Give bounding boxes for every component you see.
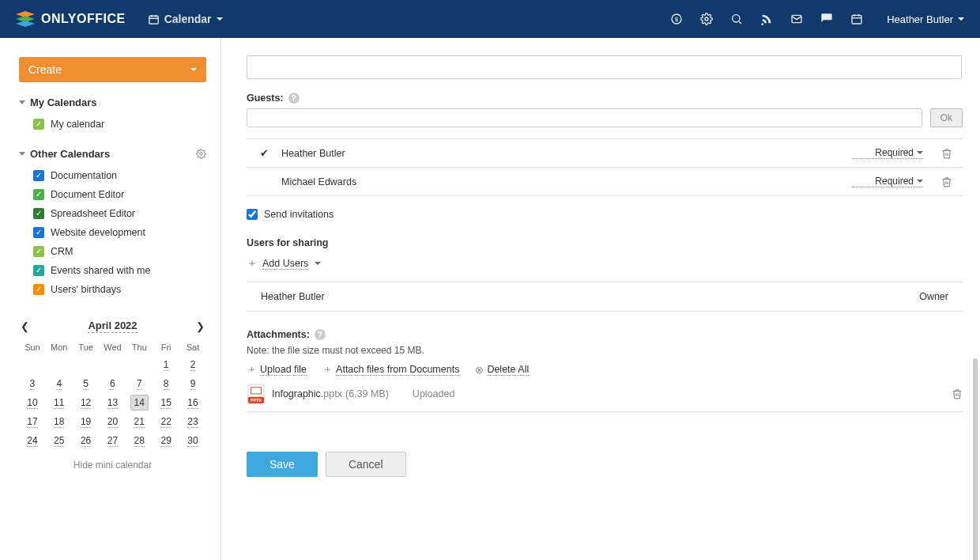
mini-cal-dow: Mon bbox=[46, 339, 73, 355]
mini-cal-day[interactable]: 28 bbox=[134, 435, 145, 447]
mini-cal-day[interactable]: 21 bbox=[134, 416, 145, 428]
mini-cal-next[interactable]: ❯ bbox=[196, 320, 205, 332]
hide-mini-calendar-link[interactable]: Hide mini calendar bbox=[19, 460, 206, 471]
svg-rect-13 bbox=[852, 15, 861, 24]
mini-cal-prev[interactable]: ❮ bbox=[21, 320, 29, 332]
mini-cal-day[interactable]: 4 bbox=[56, 378, 62, 390]
mini-cal-day[interactable]: 6 bbox=[110, 378, 115, 390]
calendar-checkbox[interactable]: ✓ bbox=[33, 227, 44, 238]
calendar-checkbox[interactable]: ✓ bbox=[33, 119, 44, 130]
mini-cal-dow: Wed bbox=[100, 339, 126, 355]
mini-cal-title[interactable]: April 2022 bbox=[88, 320, 137, 333]
calendar-icon[interactable] bbox=[850, 13, 863, 25]
share-user-name: Heather Butler bbox=[261, 291, 919, 302]
description-textarea[interactable] bbox=[247, 55, 962, 79]
mini-cal-day[interactable]: 14 bbox=[130, 395, 149, 411]
scrollbar[interactable] bbox=[973, 358, 978, 560]
calendar-checkbox[interactable]: ✓ bbox=[33, 189, 44, 200]
other-calendars-title: Other Calendars bbox=[30, 148, 110, 160]
delete-all-button[interactable]: ⊗ Delete All bbox=[475, 364, 529, 376]
feed-icon[interactable] bbox=[760, 13, 773, 25]
svg-marker-2 bbox=[16, 21, 35, 27]
mini-cal-day[interactable]: 26 bbox=[81, 435, 91, 447]
mini-calendar: ❮ April 2022 ❯ SunMonTueWedThuFriSat 123… bbox=[19, 320, 206, 471]
present-icon[interactable]: $ bbox=[670, 13, 683, 25]
mini-cal-day[interactable]: 12 bbox=[81, 397, 91, 409]
calendar-item[interactable]: ✓Events shared with me bbox=[33, 261, 206, 280]
mini-cal-day[interactable]: 1 bbox=[164, 359, 169, 371]
guests-input[interactable] bbox=[247, 108, 922, 127]
calendar-item[interactable]: ✓Website development bbox=[33, 223, 206, 242]
search-icon[interactable] bbox=[730, 13, 743, 25]
calendar-checkbox[interactable]: ✓ bbox=[33, 284, 44, 295]
mini-cal-day[interactable]: 20 bbox=[107, 416, 118, 428]
calendar-item[interactable]: ✓Document Editor bbox=[33, 185, 206, 204]
mini-cal-day[interactable]: 7 bbox=[137, 378, 142, 390]
calendar-label: My calendar bbox=[51, 119, 104, 130]
calendar-checkbox[interactable]: ✓ bbox=[33, 208, 44, 219]
calendar-item[interactable]: ✓Spreadsheet Editor bbox=[33, 204, 206, 223]
mini-cal-day[interactable]: 8 bbox=[164, 378, 169, 390]
gear-icon[interactable] bbox=[700, 13, 713, 25]
logo-icon bbox=[16, 11, 35, 27]
mini-cal-day[interactable]: 9 bbox=[190, 378, 196, 390]
calendar-checkbox[interactable]: ✓ bbox=[33, 246, 44, 257]
mini-cal-day[interactable]: 23 bbox=[187, 416, 198, 428]
other-calendars-settings-icon[interactable] bbox=[196, 149, 206, 159]
guest-delete-button[interactable] bbox=[931, 176, 963, 187]
mini-cal-dow: Sun bbox=[19, 339, 46, 355]
mini-cal-dow: Tue bbox=[73, 339, 100, 355]
mini-cal-day[interactable]: 27 bbox=[107, 435, 118, 447]
attachment-delete-button[interactable] bbox=[952, 388, 963, 399]
mini-cal-day[interactable]: 13 bbox=[107, 397, 118, 409]
logo[interactable]: ONLYOFFICE bbox=[16, 11, 126, 27]
cancel-button[interactable]: Cancel bbox=[326, 452, 406, 477]
mini-cal-day[interactable]: 24 bbox=[27, 435, 37, 447]
send-invitations-checkbox[interactable] bbox=[247, 209, 258, 220]
chat-icon[interactable] bbox=[820, 13, 833, 25]
attachment-row: PPTXInfographic.pptx(6.39 MB)Uploaded bbox=[247, 384, 963, 412]
attach-docs-label: Attach files from Documents bbox=[336, 364, 459, 376]
create-button[interactable]: Create bbox=[19, 57, 206, 82]
module-name: Calendar bbox=[164, 13, 212, 25]
attachment-size: (6.39 MB) bbox=[345, 388, 389, 399]
guest-delete-button[interactable] bbox=[931, 148, 963, 159]
mini-cal-day[interactable]: 3 bbox=[30, 378, 36, 390]
calendar-checkbox[interactable]: ✓ bbox=[33, 170, 44, 181]
calendar-item[interactable]: ✓My calendar bbox=[33, 115, 206, 134]
help-icon[interactable]: ? bbox=[315, 329, 326, 340]
mail-icon[interactable] bbox=[790, 13, 803, 25]
module-dropdown[interactable]: Calendar bbox=[148, 13, 223, 25]
mini-cal-day[interactable]: 29 bbox=[160, 435, 171, 447]
mini-cal-day[interactable]: 16 bbox=[187, 397, 198, 409]
save-button[interactable]: Save bbox=[247, 452, 318, 477]
mini-cal-day[interactable]: 19 bbox=[81, 416, 91, 428]
mini-cal-day[interactable]: 15 bbox=[160, 397, 171, 409]
mini-cal-day[interactable]: 30 bbox=[187, 435, 198, 447]
calendar-item[interactable]: ✓CRM bbox=[33, 242, 206, 261]
svg-point-9 bbox=[705, 17, 708, 21]
attach-from-documents-button[interactable]: ＋ Attach files from Documents bbox=[322, 362, 459, 376]
upload-file-button[interactable]: ＋ Upload file bbox=[247, 362, 307, 376]
calendar-checkbox[interactable]: ✓ bbox=[33, 265, 44, 276]
mini-cal-day[interactable]: 18 bbox=[54, 416, 64, 428]
mini-cal-day[interactable]: 2 bbox=[190, 359, 196, 371]
mini-cal-day[interactable]: 17 bbox=[27, 416, 37, 428]
help-icon[interactable]: ? bbox=[288, 93, 300, 104]
guest-requirement-dropdown[interactable]: Required bbox=[852, 147, 923, 159]
mini-cal-day[interactable]: 5 bbox=[83, 378, 89, 390]
guests-ok-button[interactable]: Ok bbox=[930, 108, 963, 127]
add-users-button[interactable]: ＋ Add Users bbox=[247, 256, 963, 271]
my-calendars-header[interactable]: My Calendars bbox=[19, 96, 206, 108]
mini-cal-day[interactable]: 25 bbox=[54, 435, 64, 447]
calendar-item[interactable]: ✓Users' birthdays bbox=[33, 280, 206, 299]
mini-cal-day[interactable]: 10 bbox=[27, 397, 37, 409]
mini-cal-day[interactable]: 22 bbox=[160, 416, 171, 428]
svg-point-17 bbox=[200, 153, 202, 155]
other-calendars-header[interactable]: Other Calendars bbox=[19, 148, 206, 160]
calendar-item[interactable]: ✓Documentation bbox=[33, 166, 206, 185]
mini-cal-day[interactable]: 11 bbox=[54, 397, 64, 409]
create-label: Create bbox=[28, 63, 62, 76]
user-menu[interactable]: Heather Butler bbox=[887, 13, 964, 25]
guest-requirement-dropdown[interactable]: Required bbox=[852, 176, 923, 187]
